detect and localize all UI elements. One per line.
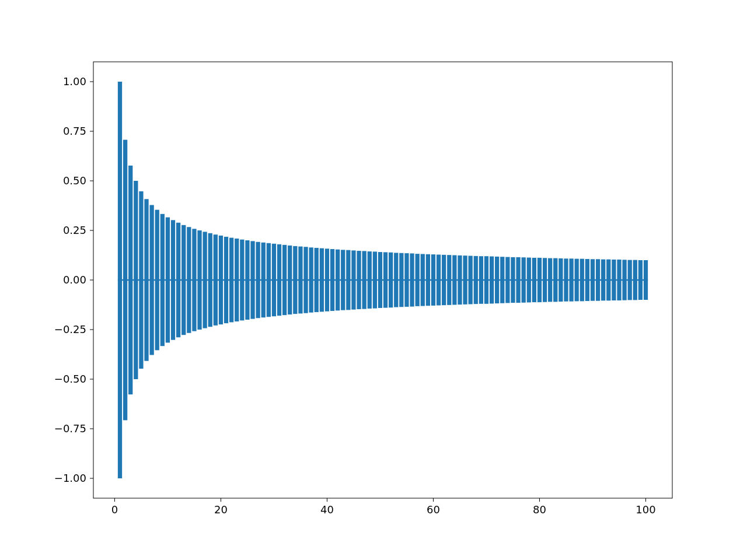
bar-upper bbox=[373, 251, 377, 280]
bar-upper bbox=[277, 244, 281, 280]
bar-upper bbox=[181, 225, 186, 280]
bar-lower bbox=[149, 280, 153, 355]
bar-lower bbox=[128, 280, 132, 394]
bar-upper bbox=[309, 247, 313, 280]
bar-upper bbox=[245, 240, 249, 280]
bar-upper bbox=[320, 249, 324, 280]
bar-lower bbox=[543, 280, 547, 302]
bar-lower bbox=[373, 280, 377, 309]
bar-lower bbox=[394, 280, 398, 307]
bar-upper bbox=[532, 258, 536, 280]
bar-upper bbox=[298, 247, 302, 280]
bar-upper bbox=[500, 257, 504, 280]
bar-upper bbox=[479, 256, 483, 280]
bar-lower bbox=[601, 280, 605, 300]
bar-upper bbox=[171, 220, 175, 280]
bar-lower bbox=[516, 280, 520, 303]
bar-upper bbox=[612, 260, 616, 280]
bar-upper bbox=[484, 256, 488, 280]
bar-lower bbox=[330, 280, 334, 311]
bar-lower bbox=[368, 280, 372, 309]
bar-lower bbox=[522, 280, 526, 303]
bar-lower bbox=[474, 280, 478, 304]
bar-upper bbox=[569, 258, 573, 280]
bar-lower bbox=[235, 280, 239, 321]
bar-lower bbox=[282, 280, 287, 315]
bar-upper bbox=[442, 255, 446, 280]
bar-upper bbox=[628, 260, 632, 280]
bar-lower bbox=[139, 280, 143, 369]
bar-upper bbox=[160, 214, 165, 280]
bar-lower bbox=[591, 280, 595, 301]
bar-upper bbox=[139, 191, 143, 280]
bar-lower bbox=[404, 280, 409, 307]
x-tick-label: 40 bbox=[320, 503, 334, 516]
bar-upper bbox=[452, 256, 456, 281]
bar-upper bbox=[330, 249, 334, 280]
bar-upper bbox=[463, 256, 467, 280]
bar-upper bbox=[511, 257, 515, 280]
bar-lower bbox=[293, 280, 297, 314]
bar-lower bbox=[644, 280, 648, 300]
bar-upper bbox=[293, 246, 297, 280]
bar-upper bbox=[516, 257, 520, 280]
bar-lower bbox=[452, 280, 456, 305]
bar-lower bbox=[426, 280, 430, 306]
bar-upper bbox=[389, 253, 393, 280]
bar-upper bbox=[256, 242, 260, 280]
bar-lower bbox=[208, 280, 212, 327]
bar-lower bbox=[187, 280, 191, 333]
bar-upper bbox=[606, 260, 610, 280]
bar-upper bbox=[272, 244, 276, 280]
bar-lower bbox=[553, 280, 557, 302]
bar-upper bbox=[267, 243, 271, 280]
bar-lower bbox=[298, 280, 302, 313]
bar-lower bbox=[484, 280, 488, 304]
bar-lower bbox=[628, 280, 632, 300]
bar-lower bbox=[245, 280, 249, 320]
bar-upper bbox=[325, 249, 329, 280]
bar-lower bbox=[527, 280, 531, 302]
bar-lower bbox=[585, 280, 589, 301]
bar-upper bbox=[596, 259, 600, 280]
bar-upper bbox=[166, 218, 170, 280]
bar-lower bbox=[606, 280, 610, 300]
bar-lower bbox=[564, 280, 568, 302]
bar-lower bbox=[617, 280, 621, 300]
y-tick-label: −1.00 bbox=[54, 472, 86, 484]
bar-lower bbox=[490, 280, 494, 303]
bar-upper bbox=[303, 247, 308, 280]
y-tick-label: −0.75 bbox=[54, 422, 86, 435]
bar-lower bbox=[315, 280, 319, 312]
bar-upper bbox=[235, 239, 239, 280]
bar-lower bbox=[277, 280, 281, 316]
bar-lower bbox=[469, 280, 473, 304]
bar-lower bbox=[580, 280, 584, 301]
bar-upper bbox=[214, 235, 218, 280]
bar-upper bbox=[399, 253, 403, 280]
bar-upper bbox=[208, 233, 212, 280]
bar-upper bbox=[580, 259, 584, 280]
bar-upper bbox=[437, 254, 441, 280]
bar-upper bbox=[404, 253, 409, 280]
bar-upper bbox=[416, 254, 420, 280]
bar-lower bbox=[303, 280, 308, 313]
bar-upper bbox=[644, 260, 648, 280]
bar-upper bbox=[564, 258, 568, 280]
bar-lower bbox=[362, 280, 366, 309]
x-tick-label: 60 bbox=[427, 503, 440, 516]
bar-lower bbox=[176, 280, 180, 337]
bar-lower bbox=[134, 280, 138, 379]
y-tick-label: 0.00 bbox=[63, 274, 86, 286]
bar-lower bbox=[500, 280, 504, 303]
bar-lower bbox=[495, 280, 499, 303]
bar-lower bbox=[447, 280, 451, 305]
bar-lower bbox=[320, 280, 324, 312]
bar-upper bbox=[543, 258, 547, 280]
bar-lower bbox=[399, 280, 403, 307]
bar-upper bbox=[522, 257, 526, 280]
bar-lower bbox=[240, 280, 244, 320]
bar-upper bbox=[527, 258, 531, 280]
bar-upper bbox=[224, 237, 228, 280]
bar-lower bbox=[389, 280, 393, 307]
